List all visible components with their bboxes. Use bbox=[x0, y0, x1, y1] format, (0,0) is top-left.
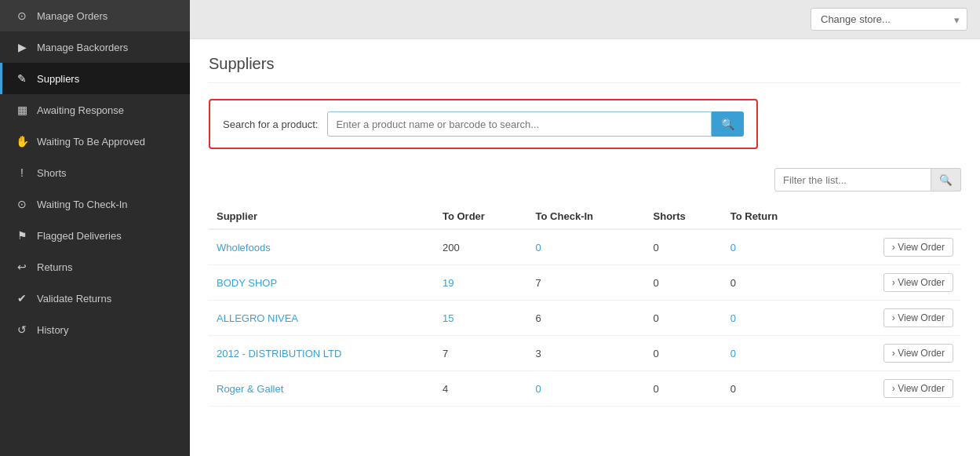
table-row: 2012 - DISTRIBUTION LTD7300› View Order bbox=[209, 336, 961, 371]
to-return-value: 0 bbox=[723, 371, 824, 407]
col-header-to-order: To Order bbox=[435, 204, 528, 229]
to-return-link[interactable]: 0 bbox=[730, 242, 736, 254]
supplier-name[interactable]: 2012 - DISTRIBUTION LTD bbox=[209, 336, 435, 371]
to-checkin-value[interactable]: 0 bbox=[528, 229, 646, 265]
to-checkin-link[interactable]: 0 bbox=[536, 383, 541, 395]
filter-search-icon: 🔍 bbox=[939, 174, 953, 186]
supplier-link[interactable]: Wholefoods bbox=[217, 242, 271, 254]
main-content: Change store... ▾ Suppliers Search for a… bbox=[190, 0, 980, 456]
view-order-cell[interactable]: › View Order bbox=[824, 229, 961, 265]
view-order-button[interactable]: › View Order bbox=[883, 379, 953, 398]
supplier-name[interactable]: Wholefoods bbox=[209, 229, 435, 265]
to-return-link[interactable]: 0 bbox=[730, 348, 736, 359]
manage-orders-icon: ⊙ bbox=[15, 9, 29, 22]
to-order-link[interactable]: 19 bbox=[443, 277, 454, 289]
supplier-link[interactable]: ALLEGRO NIVEA bbox=[217, 312, 298, 324]
view-order-cell[interactable]: › View Order bbox=[824, 265, 961, 301]
to-order-value[interactable]: 15 bbox=[435, 301, 528, 336]
waiting-to-check-in-icon: ⊙ bbox=[15, 198, 29, 210]
search-box: Search for a product: 🔍 bbox=[209, 99, 758, 149]
sidebar-item-label: Waiting To Be Approved bbox=[37, 136, 145, 148]
sidebar-item-label: Suppliers bbox=[37, 73, 79, 85]
view-order-cell[interactable]: › View Order bbox=[824, 371, 961, 407]
to-checkin-value: 6 bbox=[528, 301, 646, 336]
supplier-name[interactable]: Roger & Gallet bbox=[209, 371, 435, 407]
view-order-button[interactable]: › View Order bbox=[883, 344, 953, 363]
table-row: Roger & Gallet4000› View Order bbox=[209, 371, 961, 407]
sidebar-item-returns[interactable]: ↩ Returns bbox=[0, 251, 190, 283]
filter-button[interactable]: 🔍 bbox=[931, 168, 961, 192]
shorts-value: 0 bbox=[646, 265, 723, 301]
to-return-value: 0 bbox=[723, 265, 824, 301]
waiting-to-be-approved-icon: ✋ bbox=[15, 135, 29, 148]
sidebar-item-shorts[interactable]: ! Shorts bbox=[0, 157, 190, 188]
view-order-button[interactable]: › View Order bbox=[883, 238, 953, 257]
sidebar-item-history[interactable]: ↺ History bbox=[0, 314, 190, 345]
col-header-actions bbox=[824, 204, 961, 229]
to-order-value[interactable]: 19 bbox=[435, 265, 528, 301]
sidebar-item-validate-returns[interactable]: ✔ Validate Returns bbox=[0, 283, 190, 314]
search-input[interactable] bbox=[327, 111, 712, 137]
page-title: Suppliers bbox=[209, 55, 961, 83]
to-checkin-link[interactable]: 0 bbox=[536, 242, 541, 254]
sidebar-item-label: Returns bbox=[37, 261, 73, 273]
suppliers-table: SupplierTo OrderTo Check-InShortsTo Retu… bbox=[209, 204, 961, 407]
view-order-cell[interactable]: › View Order bbox=[824, 301, 961, 336]
flagged-deliveries-icon: ⚑ bbox=[15, 229, 29, 242]
search-button[interactable]: 🔍 bbox=[712, 111, 744, 137]
sidebar-item-suppliers[interactable]: ✎ Suppliers bbox=[0, 63, 190, 94]
to-return-link[interactable]: 0 bbox=[730, 312, 736, 324]
to-return-value[interactable]: 0 bbox=[723, 336, 824, 371]
to-return-value[interactable]: 0 bbox=[723, 301, 824, 336]
sidebar-item-label: Manage Orders bbox=[37, 10, 107, 22]
sidebar: ⊙ Manage Orders ▶ Manage Backorders ✎ Su… bbox=[0, 0, 190, 456]
search-label: Search for a product: bbox=[223, 119, 318, 130]
store-select-wrapper[interactable]: Change store... ▾ bbox=[811, 8, 967, 31]
sidebar-item-flagged-deliveries[interactable]: ⚑ Flagged Deliveries bbox=[0, 220, 190, 251]
sidebar-item-manage-orders[interactable]: ⊙ Manage Orders bbox=[0, 0, 190, 31]
shorts-value: 0 bbox=[646, 336, 723, 371]
col-header-shorts: Shorts bbox=[646, 204, 723, 229]
table-row: Wholefoods200000› View Order bbox=[209, 229, 961, 265]
table-row: BODY SHOP19700› View Order bbox=[209, 265, 961, 301]
sidebar-item-label: Awaiting Response bbox=[37, 104, 124, 116]
store-select[interactable]: Change store... bbox=[811, 8, 967, 31]
to-return-value[interactable]: 0 bbox=[723, 229, 824, 265]
sidebar-item-awaiting-response[interactable]: ▦ Awaiting Response bbox=[0, 94, 190, 126]
filter-input[interactable] bbox=[774, 168, 931, 192]
view-order-cell[interactable]: › View Order bbox=[824, 336, 961, 371]
to-order-link[interactable]: 15 bbox=[443, 312, 454, 324]
to-checkin-value[interactable]: 0 bbox=[528, 371, 646, 407]
manage-backorders-icon: ▶ bbox=[15, 41, 29, 53]
to-order-value: 4 bbox=[435, 371, 528, 407]
search-icon: 🔍 bbox=[721, 118, 734, 130]
sidebar-item-waiting-to-be-approved[interactable]: ✋ Waiting To Be Approved bbox=[0, 126, 190, 157]
suppliers-icon: ✎ bbox=[15, 72, 29, 85]
supplier-name[interactable]: ALLEGRO NIVEA bbox=[209, 301, 435, 336]
content-area: Suppliers Search for a product: 🔍 🔍 Supp… bbox=[190, 39, 980, 456]
supplier-name[interactable]: BODY SHOP bbox=[209, 265, 435, 301]
supplier-link[interactable]: 2012 - DISTRIBUTION LTD bbox=[217, 348, 341, 359]
sidebar-item-waiting-to-check-in[interactable]: ⊙ Waiting To Check-In bbox=[0, 188, 190, 220]
filter-row: 🔍 bbox=[209, 168, 961, 192]
sidebar-item-label: History bbox=[37, 324, 68, 336]
topbar: Change store... ▾ bbox=[190, 0, 980, 39]
sidebar-item-label: Manage Backorders bbox=[37, 42, 128, 53]
view-order-button[interactable]: › View Order bbox=[883, 308, 953, 327]
table-header-row: SupplierTo OrderTo Check-InShortsTo Retu… bbox=[209, 204, 961, 229]
validate-returns-icon: ✔ bbox=[15, 292, 29, 305]
table-row: ALLEGRO NIVEA15600› View Order bbox=[209, 301, 961, 336]
sidebar-item-label: Validate Returns bbox=[37, 293, 111, 305]
supplier-link[interactable]: BODY SHOP bbox=[217, 277, 277, 289]
sidebar-item-label: Waiting To Check-In bbox=[37, 199, 128, 210]
view-order-button[interactable]: › View Order bbox=[883, 273, 953, 292]
shorts-value: 0 bbox=[646, 229, 723, 265]
table-header: SupplierTo OrderTo Check-InShortsTo Retu… bbox=[209, 204, 961, 229]
to-order-value: 200 bbox=[435, 229, 528, 265]
supplier-link[interactable]: Roger & Gallet bbox=[217, 383, 283, 395]
sidebar-item-manage-backorders[interactable]: ▶ Manage Backorders bbox=[0, 31, 190, 63]
history-icon: ↺ bbox=[15, 323, 29, 336]
col-header-supplier: Supplier bbox=[209, 204, 435, 229]
shorts-icon: ! bbox=[15, 166, 29, 179]
awaiting-response-icon: ▦ bbox=[15, 104, 29, 116]
